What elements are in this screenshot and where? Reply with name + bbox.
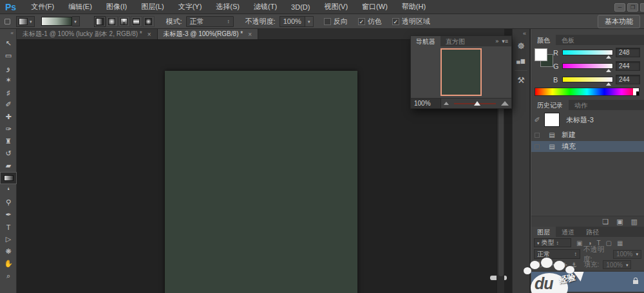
collapse-tools-icon[interactable]: « bbox=[0, 29, 16, 37]
clone-stamp-tool[interactable]: ♜ bbox=[0, 135, 17, 147]
minimize-button[interactable]: ─ bbox=[614, 3, 625, 12]
delete-state-icon[interactable]: ▥ bbox=[631, 218, 638, 226]
tab-layers[interactable]: 图层 bbox=[531, 227, 556, 237]
reflected-gradient-button[interactable] bbox=[131, 16, 142, 27]
history-step-fill[interactable]: ▤ 填充 bbox=[531, 141, 644, 152]
navigator-panel-button[interactable]: ☸ bbox=[513, 39, 529, 53]
opacity-dropdown-button[interactable]: ▾ bbox=[305, 16, 314, 27]
eyedropper-tool[interactable]: ✐ bbox=[0, 99, 17, 111]
blend-mode-select[interactable]: 正常 ↕ bbox=[186, 16, 234, 27]
new-snapshot-icon[interactable]: ▣ bbox=[616, 218, 623, 226]
navigator-view-box[interactable] bbox=[440, 48, 482, 96]
lasso-tool[interactable]: و bbox=[0, 62, 17, 74]
tab-swatches[interactable]: 色板 bbox=[556, 35, 580, 45]
shape-tool[interactable]: ❋ bbox=[0, 245, 17, 258]
history-source-checkbox[interactable] bbox=[535, 144, 540, 149]
slider-thumb[interactable] bbox=[474, 101, 480, 106]
blue-slider[interactable] bbox=[562, 77, 613, 82]
history-step-new[interactable]: ▤ 新建 bbox=[531, 129, 644, 140]
pen-tool[interactable]: ✒ bbox=[0, 209, 17, 221]
close-icon[interactable]: × bbox=[248, 31, 252, 38]
canvas[interactable] bbox=[165, 71, 357, 293]
expand-panels-icon[interactable]: « bbox=[513, 29, 529, 39]
navigator-zoom-value[interactable]: 100% bbox=[411, 99, 441, 108]
magic-wand-tool[interactable]: ✶ bbox=[0, 74, 17, 86]
dither-checkbox[interactable]: ✓ bbox=[358, 18, 365, 25]
menu-file[interactable]: 文件(F) bbox=[24, 2, 61, 12]
healing-brush-tool[interactable]: ✚ bbox=[0, 111, 17, 123]
restore-button[interactable]: ❐ bbox=[627, 3, 638, 12]
history-brush-source-icon[interactable]: ✐ bbox=[531, 116, 543, 124]
menu-window[interactable]: 窗口(W) bbox=[355, 2, 395, 12]
menu-layer[interactable]: 图层(L) bbox=[134, 2, 171, 12]
marquee-tool[interactable]: ▭ bbox=[0, 50, 17, 62]
new-document-from-state-icon[interactable]: ❏ bbox=[602, 218, 609, 226]
histogram-panel-button[interactable]: ▄▆ bbox=[513, 53, 529, 68]
lock-position-icon[interactable]: ✛ bbox=[562, 261, 567, 269]
reverse-checkbox[interactable] bbox=[324, 18, 331, 25]
workspace-button[interactable]: 基本功能 bbox=[598, 15, 640, 28]
zoom-tool[interactable]: ⌕ bbox=[0, 270, 17, 282]
green-slider[interactable] bbox=[562, 63, 613, 69]
filter-smart-objects-icon[interactable]: ▦ bbox=[617, 240, 623, 247]
tab-channels[interactable]: 通道 bbox=[556, 227, 580, 237]
menu-view[interactable]: 视图(V) bbox=[317, 2, 355, 12]
color-spectrum-bar[interactable] bbox=[535, 88, 639, 96]
layer-filter-select[interactable]: ▾ 类型 ↕ bbox=[534, 238, 571, 247]
move-tool[interactable]: ↖ bbox=[0, 37, 17, 50]
history-snapshot-row[interactable]: ✐ 未标题-3 bbox=[531, 111, 644, 128]
tab-history[interactable]: 历史记录 bbox=[531, 100, 569, 110]
type-tool[interactable]: T bbox=[0, 221, 17, 233]
lock-pixels-icon[interactable]: ✑ bbox=[553, 261, 558, 269]
menu-select[interactable]: 选择(S) bbox=[209, 2, 247, 12]
navigator-zoom-slider[interactable] bbox=[451, 99, 498, 108]
diamond-gradient-button[interactable] bbox=[143, 16, 155, 27]
zoom-in-icon[interactable] bbox=[501, 101, 509, 106]
lock-all-icon[interactable]: ⚓ bbox=[571, 261, 577, 269]
eraser-tool[interactable]: ▰ bbox=[0, 160, 17, 172]
menu-type[interactable]: 文字(Y) bbox=[171, 2, 209, 12]
linear-gradient-button[interactable] bbox=[94, 16, 106, 27]
blur-tool[interactable]: ❛ bbox=[0, 184, 17, 196]
gradient-editor[interactable]: ▾ bbox=[41, 16, 80, 26]
history-source-checkbox[interactable] bbox=[535, 133, 540, 138]
angle-gradient-button[interactable] bbox=[118, 16, 130, 27]
gradient-tool[interactable] bbox=[0, 172, 17, 184]
collapse-panel-icon[interactable]: » bbox=[495, 38, 498, 44]
document-tab-2[interactable]: 未标题-3 @ 100%(RGB/8) * × bbox=[158, 29, 258, 39]
transparency-checkbox[interactable]: ✓ bbox=[392, 18, 399, 25]
tab-histogram[interactable]: 直方图 bbox=[440, 36, 470, 46]
tab-paths[interactable]: 路径 bbox=[580, 227, 605, 237]
document-tab-1[interactable]: 未标题-1 @ 100% (lucky 副本 2, RGB/8) * × bbox=[17, 29, 158, 39]
tool-preset-picker[interactable]: ▾ bbox=[16, 16, 35, 27]
tools-panel-button[interactable]: ⚒ bbox=[513, 73, 529, 88]
tab-color[interactable]: 颜色 bbox=[531, 35, 556, 45]
menu-help[interactable]: 帮助(H) bbox=[395, 2, 433, 12]
green-value-field[interactable]: 244 bbox=[616, 61, 640, 71]
opacity-value[interactable]: 100% bbox=[279, 16, 305, 27]
blue-slider-thumb[interactable] bbox=[606, 82, 611, 86]
gradient-preview[interactable] bbox=[41, 17, 72, 26]
menu-edit[interactable]: 编辑(E) bbox=[61, 2, 99, 12]
layer-blend-mode-select[interactable]: 正常 ↕ bbox=[534, 249, 580, 259]
background-layer-row[interactable] bbox=[531, 272, 644, 292]
panel-menu-icon[interactable]: ▾≡ bbox=[502, 38, 508, 44]
brush-tool[interactable]: ✑ bbox=[0, 123, 17, 135]
menu-3d[interactable]: 3D(D) bbox=[284, 3, 317, 11]
filter-pixel-layers-icon[interactable]: ▣ bbox=[576, 240, 582, 247]
path-selection-tool[interactable]: ▷ bbox=[0, 233, 17, 245]
history-brush-tool[interactable]: ↺ bbox=[0, 147, 17, 160]
foreground-color-swatch[interactable] bbox=[535, 48, 547, 61]
tab-actions[interactable]: 动作 bbox=[569, 100, 593, 110]
red-slider-thumb[interactable] bbox=[606, 55, 611, 59]
dodge-tool[interactable]: ⚲ bbox=[0, 196, 17, 209]
radial-gradient-button[interactable] bbox=[106, 16, 118, 27]
close-button[interactable] bbox=[640, 3, 644, 12]
black-color-box[interactable] bbox=[636, 91, 639, 95]
menu-image[interactable]: 图像(I) bbox=[99, 2, 134, 12]
gradient-dropdown-button[interactable]: ▾ bbox=[72, 16, 80, 26]
close-icon[interactable]: × bbox=[147, 31, 151, 38]
menu-filter[interactable]: 滤镜(T) bbox=[247, 2, 284, 12]
blue-value-field[interactable]: 244 bbox=[616, 75, 640, 84]
zoom-out-icon[interactable] bbox=[444, 102, 449, 105]
